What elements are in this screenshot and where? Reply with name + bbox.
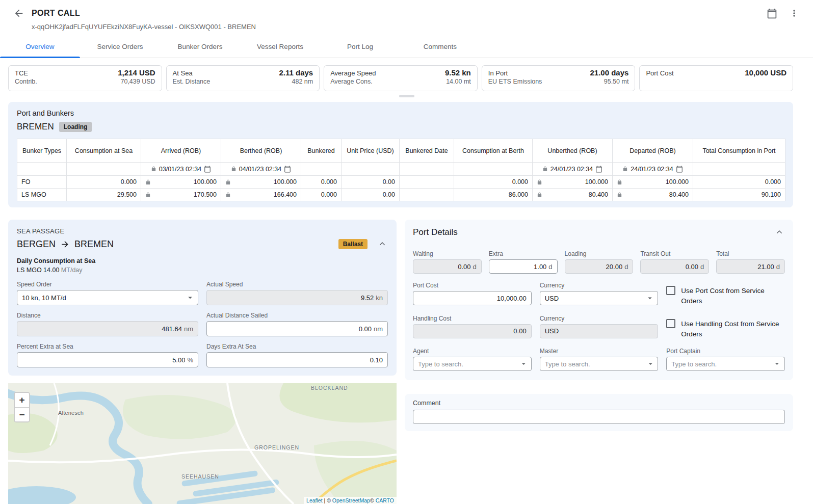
transit-out-input (645, 263, 698, 271)
unit-price-cell[interactable]: 0.00 (342, 176, 400, 189)
zoom-out-button[interactable]: − (15, 407, 29, 421)
lock-icon (225, 179, 231, 185)
master-input[interactable] (545, 360, 646, 368)
handling-cost-currency-value: USD (545, 327, 559, 335)
consumption-at-berth-cell[interactable]: 86.000 (454, 189, 533, 201)
comment-input[interactable] (418, 413, 780, 421)
master-combobox[interactable] (540, 357, 659, 371)
port-details-collapse-button[interactable] (774, 227, 785, 238)
stat-value: 9.52 kn (445, 68, 471, 77)
tab-comments[interactable]: Comments (400, 36, 480, 58)
carto-link[interactable]: CARTO (376, 497, 394, 503)
leaflet-link[interactable]: Leaflet (306, 497, 323, 503)
lock-icon (617, 179, 622, 185)
actual-distance-input[interactable] (212, 325, 372, 333)
chevron-up-icon (378, 240, 386, 248)
port-captain-input[interactable] (671, 360, 773, 368)
arrived-rob-cell[interactable]: 100.000 (141, 176, 221, 189)
stat-label: Est. Distance (173, 78, 211, 85)
agent-input[interactable] (418, 360, 519, 368)
distance-unit: nm (184, 325, 193, 333)
arrived-date-field[interactable]: 03/01/23 02:34 (144, 166, 218, 173)
actual-distance-unit: nm (374, 325, 383, 333)
bunkered-cell[interactable]: 0.000 (301, 189, 342, 201)
actual-speed-label: Actual Speed (206, 281, 388, 288)
consumption-at-sea-cell[interactable]: 0.000 (67, 176, 141, 189)
handling-cost-currency-label: Currency (540, 315, 659, 322)
calendar-button[interactable] (765, 7, 778, 20)
back-button[interactable] (12, 7, 25, 20)
transit-out-label: Transit Out (640, 250, 709, 257)
col-header-departed-rob: Departed (ROB) (613, 139, 693, 163)
consumption-at-berth-cell[interactable]: 0.000 (454, 176, 533, 189)
extra-input[interactable] (494, 263, 547, 271)
map-label-altenesch: Altenesch (58, 410, 84, 416)
col-header-berthed-rob: Berthed (ROB) (221, 139, 301, 163)
stats-row: TCE1,214 USD Contrib.70,439 USD At Sea2.… (8, 65, 793, 91)
tab-vessel-reports[interactable]: Vessel Reports (240, 36, 320, 58)
use-port-cost-checkbox[interactable] (666, 286, 675, 295)
calendar-icon (676, 166, 683, 173)
stat-value: 2.11 days (279, 68, 313, 77)
use-handling-cost-checkbox-row[interactable]: Use Handling Cost from Service Orders (666, 319, 785, 340)
percent-extra-unit: % (187, 356, 193, 364)
col-header-consumption-at-sea: Consumption at Sea (67, 139, 141, 163)
unberthed-date-field[interactable]: 24/01/23 02:34 (536, 166, 609, 173)
actual-speed-input (212, 294, 374, 302)
total-input (721, 263, 774, 271)
calendar-icon (595, 166, 602, 173)
tab-overview[interactable]: Overview (0, 36, 80, 58)
agent-combobox[interactable] (413, 357, 532, 371)
sea-passage-collapse-button[interactable] (377, 238, 388, 250)
stat-value: 95.50 mt (604, 78, 629, 85)
unit-price-cell[interactable]: 0.00 (342, 189, 400, 201)
map-graphics (8, 383, 397, 504)
bunkered-date-cell[interactable] (400, 176, 454, 189)
openstreetmap-link[interactable]: OpenStreetMap (332, 497, 370, 503)
unberthed-rob-cell[interactable]: 100.000 (533, 176, 613, 189)
tab-service-orders[interactable]: Service Orders (80, 36, 160, 58)
departed-date-field[interactable]: 24/01/23 02:34 (616, 166, 690, 173)
consumption-at-sea-cell[interactable]: 29.500 (67, 189, 141, 201)
lock-icon (537, 192, 542, 198)
lock-icon (537, 179, 542, 185)
berthed-rob-cell[interactable]: 100.000 (221, 176, 301, 189)
port-cost-input[interactable] (418, 295, 527, 302)
stat-card-in-port: In Port21.00 days EU ETS Emissions95.50 … (482, 65, 636, 91)
use-port-cost-checkbox-row[interactable]: Use Port Cost from Service Orders (666, 286, 785, 307)
kebab-menu-button[interactable] (788, 7, 801, 20)
departed-rob-cell[interactable]: 100.000 (613, 176, 693, 189)
bunkered-date-cell[interactable] (400, 189, 454, 201)
tab-bunker-orders[interactable]: Bunker Orders (160, 36, 240, 58)
port-cost-currency-select[interactable]: USD (540, 291, 659, 305)
stats-drag-handle[interactable] (399, 95, 414, 97)
use-handling-cost-label: Use Handling Cost from Service Orders (681, 319, 785, 340)
agent-label: Agent (413, 348, 532, 355)
berthed-rob-cell[interactable]: 166.400 (221, 189, 301, 201)
berthed-date-field[interactable]: 04/01/23 02:34 (224, 166, 298, 173)
port-and-bunkers-title: Port and Bunkers (17, 109, 784, 117)
route-arrow-icon (60, 240, 70, 249)
col-header-total-consumption: Total Consumption in Port (693, 139, 785, 163)
percent-extra-input[interactable] (22, 356, 185, 364)
stat-value: 14.00 mt (446, 78, 471, 85)
port-captain-combobox[interactable] (666, 357, 785, 371)
days-extra-input[interactable] (212, 356, 383, 364)
speed-order-value: 10 kn, 10 MT/d (22, 294, 66, 302)
col-header-bunkered-date: Bunkered Date (400, 139, 454, 163)
chevron-up-icon (775, 228, 783, 236)
unberthed-rob-cell[interactable]: 80.400 (533, 189, 613, 201)
port-name: BREMEN (17, 122, 54, 132)
arrived-date: 03/01/23 02:34 (159, 166, 201, 173)
port-call-subtitle: x-qqOHK2jfadFLFqUYUFEkziNX8FuyKA-vessel … (32, 23, 801, 31)
calendar-icon (767, 8, 777, 19)
bunkered-cell[interactable]: 0.000 (301, 176, 342, 189)
speed-order-select[interactable]: 10 kn, 10 MT/d (17, 290, 198, 305)
tab-port-log[interactable]: Port Log (320, 36, 400, 58)
arrived-rob-cell[interactable]: 170.500 (141, 189, 221, 201)
route-map[interactable]: BLOCKLAND Altenesch GRÖPELINGEN SEEHAUSE… (8, 383, 397, 504)
zoom-in-button[interactable]: + (15, 393, 29, 407)
departed-rob-cell[interactable]: 80.400 (613, 189, 693, 201)
use-handling-cost-checkbox[interactable] (666, 319, 675, 328)
waiting-input (418, 263, 471, 271)
